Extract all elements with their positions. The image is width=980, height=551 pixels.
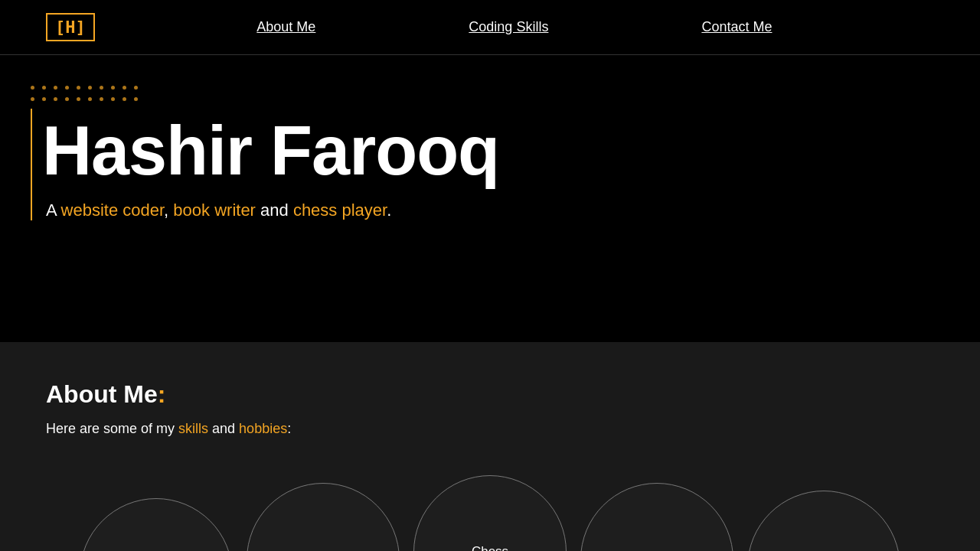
dot-decoration xyxy=(122,97,126,101)
nav-coding[interactable]: Coding Skills xyxy=(469,19,548,35)
hero-tagline: A website coder, book writer and chess p… xyxy=(46,201,938,220)
header: [H] About Me Coding Skills Contact Me xyxy=(0,0,980,55)
dot-decoration xyxy=(77,97,80,101)
dot-decoration xyxy=(88,86,92,90)
dot-decoration xyxy=(100,86,103,90)
skills-highlight: skills xyxy=(178,421,208,436)
circles-container: Web DevelopmentBook WritingChess99 Names… xyxy=(46,468,934,551)
hero-section: Hashir Farooq A website coder, book writ… xyxy=(0,55,980,342)
circles-row: Web DevelopmentBook WritingChess99 Names… xyxy=(46,475,934,551)
dot-decoration xyxy=(111,97,115,101)
dot-decoration xyxy=(54,86,57,90)
hobbies-highlight: hobbies xyxy=(239,421,287,436)
nav-about[interactable]: About Me xyxy=(256,19,315,35)
dot-decoration xyxy=(31,86,34,90)
logo: [H] xyxy=(46,13,95,41)
dot-decoration xyxy=(111,86,115,90)
about-section: About Me: Here are some of my skills and… xyxy=(0,342,980,551)
dot-decoration xyxy=(65,86,69,90)
dot-decoration xyxy=(42,86,46,90)
dot-decoration xyxy=(134,86,138,90)
dot-decoration xyxy=(134,97,138,101)
about-subtitle: Here are some of my skills and hobbies: xyxy=(46,421,934,437)
hero-content: Hashir Farooq A website coder, book writ… xyxy=(0,109,980,220)
circle-item-1: Book Writing xyxy=(247,483,400,551)
circle-item-3: 99 Names of Allah xyxy=(580,483,733,551)
tagline-coder: website coder xyxy=(61,201,165,220)
dots-decoration xyxy=(0,70,168,109)
dot-decoration xyxy=(77,86,80,90)
dot-decoration xyxy=(65,97,69,101)
dot-decoration xyxy=(42,97,46,101)
dot-decoration xyxy=(88,97,92,101)
dot-decoration xyxy=(31,97,34,101)
tagline-writer: book writer xyxy=(173,201,256,220)
circle-item-0: Web Development xyxy=(80,498,233,551)
about-title: About Me: xyxy=(46,380,934,409)
tagline-chess: chess player xyxy=(293,201,387,220)
dot-decoration xyxy=(122,86,126,90)
navigation: About Me Coding Skills Contact Me xyxy=(95,19,934,35)
nav-contact[interactable]: Contact Me xyxy=(701,19,772,35)
dot-decoration xyxy=(100,97,103,101)
circle-item-4: And others xyxy=(747,491,900,551)
circle-item-2: Chess xyxy=(413,475,567,551)
hero-name: Hashir Farooq xyxy=(42,116,938,185)
dot-decoration xyxy=(54,97,57,101)
